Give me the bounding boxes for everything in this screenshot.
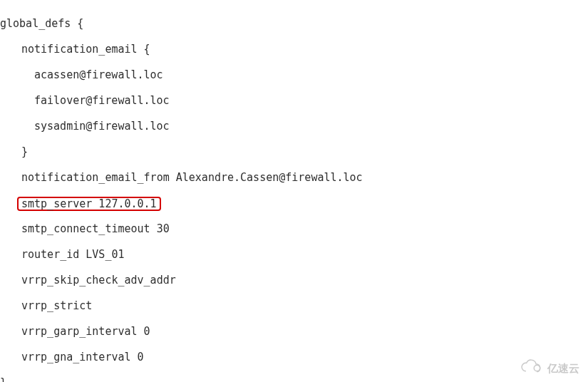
cfg-vrrp-garp: vrrp_garp_interval 0 bbox=[0, 325, 588, 338]
cfg-smtp-connect-timeout: smtp_connect_timeout 30 bbox=[0, 222, 588, 235]
cloud-icon bbox=[519, 359, 543, 378]
cfg-notification-email-open: notification_email { bbox=[0, 43, 588, 56]
highlight-smtp-server: smtp_server 127.0.0.1 bbox=[17, 197, 161, 211]
cfg-email-1: acassen@firewall.loc bbox=[0, 68, 588, 81]
cfg-notification-email-close: } bbox=[0, 145, 588, 158]
cfg-vrrp-skip: vrrp_skip_check_adv_addr bbox=[0, 274, 588, 286]
watermark-text: 亿速云 bbox=[547, 362, 579, 375]
cfg-email-3: sysadmin@firewall.loc bbox=[0, 120, 588, 133]
config-code-block: global_defs { notification_email { acass… bbox=[0, 0, 588, 382]
cfg-router-id: router_id LVS_01 bbox=[0, 248, 588, 261]
watermark: 亿速云 bbox=[519, 359, 579, 378]
cfg-smtp-server-text: smtp_server 127.0.0.1 bbox=[21, 198, 157, 210]
cfg-notification-email-from: notification_email_from Alexandre.Cassen… bbox=[0, 171, 588, 184]
cfg-email-2: failover@firewall.loc bbox=[0, 94, 588, 107]
cfg-global-defs-close: } bbox=[0, 376, 588, 382]
cfg-smtp-server: smtp_server 127.0.0.1 bbox=[0, 197, 588, 210]
cfg-vrrp-strict: vrrp_strict bbox=[0, 299, 588, 312]
cfg-global-defs-open: global_defs { bbox=[0, 17, 588, 30]
cfg-vrrp-gna: vrrp_gna_interval 0 bbox=[0, 351, 588, 363]
svg-point-0 bbox=[534, 365, 540, 371]
